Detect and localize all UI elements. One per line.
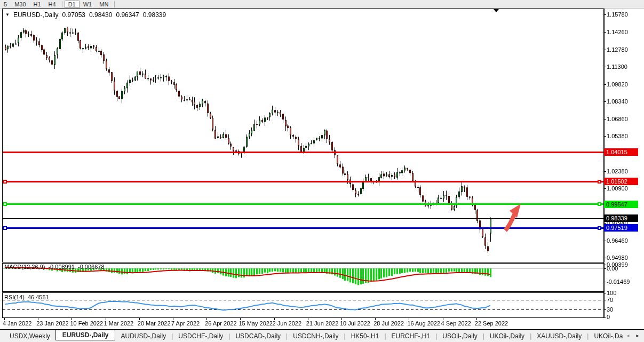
price-axis-tick: 1.14260 <box>607 29 628 35</box>
tab-eurchf-h1[interactable]: EURCHF-,H1 <box>386 332 436 340</box>
rsi-value: 46.4551 <box>28 294 49 300</box>
tab-usdcnh-daily[interactable]: USDCNH-,Daily <box>288 332 344 340</box>
rsi-axis-tick: 100 <box>607 290 616 296</box>
date-axis-label: 22 Sep 2022 <box>475 320 508 327</box>
macd-name: MACD(12,26,9) <box>4 264 45 270</box>
timeframe-button-5[interactable]: 5 <box>0 1 11 8</box>
rsi-panel <box>2 292 605 318</box>
mt4-window: 5M30H1H4D1W1MN ▼ EURUSD-,Daily 0.97053 0… <box>0 0 644 342</box>
price-axis-tick: 1.00900 <box>607 185 628 192</box>
rsi-axis-tick: 0 <box>607 314 610 320</box>
date-axis-label: 16 Aug 2022 <box>407 320 440 327</box>
price-badge-0.99547: 0.99547 <box>604 201 638 208</box>
price-badge-0.98339: 0.98339 <box>604 214 638 222</box>
support-line-blue-handle[interactable] <box>598 226 601 230</box>
price-axis-tick: 1.08340 <box>607 98 628 105</box>
macd-label: MACD(12,26,9) -0.008991 -0.006678 <box>4 264 105 270</box>
timeframe-button-H4[interactable]: H4 <box>45 1 60 8</box>
rsi-name: RSI(14) <box>4 294 25 300</box>
date-axis-label: 1 Mar 2022 <box>104 320 134 327</box>
price-axis-tick: 1.02380 <box>607 168 628 174</box>
date-axis-label: 10 Feb 2022 <box>70 320 103 327</box>
rsi-axis-tick: 70 <box>607 297 613 303</box>
tab-xauusd-daily[interactable]: XAUUSD-,Daily <box>531 332 587 340</box>
rsi-label: RSI(14) 46.4551 <box>4 294 49 300</box>
timeframe-button-W1[interactable]: W1 <box>79 1 96 8</box>
chart-symbol-title: EURUSD-,Daily <box>13 11 59 19</box>
price-axis-tick: 1.12780 <box>607 46 628 53</box>
macd-axis-tick: -0.01469 <box>607 279 630 285</box>
price-axis-line <box>603 9 604 318</box>
up-arrow-annotation[interactable] <box>499 201 527 234</box>
date-axis-label: 26 Apr 2022 <box>205 320 236 327</box>
support-line-green-handle[interactable] <box>3 202 7 206</box>
tab-usdx-weekly[interactable]: USDX,Weekly <box>4 332 55 340</box>
chart-header: ▼ EURUSD-,Daily 0.97053 0.98430 0.96347 … <box>5 11 166 19</box>
symbol-tab-bar: USDX,WeeklyEURUSD-,DailyAUDUSD-,Daily|US… <box>0 329 644 342</box>
support-line-green-handle[interactable] <box>598 202 601 206</box>
macd-axis-tick: 0.00 <box>607 265 618 272</box>
current-bar-marker-icon <box>494 9 499 12</box>
price-axis-tick: 1.15780 <box>607 11 628 18</box>
resistance-line-lower-handle[interactable] <box>598 180 601 184</box>
date-axis-label: 4 Sep 2022 <box>441 320 471 327</box>
tab-ukoil-daily[interactable]: UKOil-,Daily <box>484 332 530 340</box>
date-axis-label: 7 Apr 2022 <box>171 320 200 327</box>
support-line-blue-handle[interactable] <box>3 226 7 230</box>
tab-audusd-daily[interactable]: AUDUSD-,Daily <box>115 332 171 340</box>
date-axis-label: 28 Jul 2022 <box>373 320 404 327</box>
resistance-line-lower[interactable] <box>3 181 603 182</box>
price-axis-tick: 1.11300 <box>607 63 627 70</box>
date-axis-label: 20 Mar 2022 <box>138 320 171 327</box>
price-axis-tick: 0.94980 <box>607 254 628 261</box>
tab-eurusd-daily[interactable]: EURUSD-,Daily <box>55 330 116 340</box>
resistance-line-upper[interactable] <box>3 152 603 153</box>
rsi-axis-tick: 30 <box>607 306 613 313</box>
toolbar-separator <box>114 1 115 7</box>
tab-usdchf-daily[interactable]: USDCHF-,Daily <box>173 332 228 340</box>
chevron-down-icon[interactable]: ▼ <box>5 12 10 17</box>
price-axis-tick: 1.09820 <box>607 81 628 88</box>
tab-hk50-h1[interactable]: HK50-,H1 <box>346 332 385 340</box>
tab-scroll-right-icon[interactable]: ► <box>635 333 642 338</box>
timeframe-button-H1[interactable]: H1 <box>30 1 45 8</box>
date-axis-label: 23 Jan 2022 <box>36 320 69 327</box>
timeframe-button-MN[interactable]: MN <box>96 1 112 8</box>
price-badge-1.04015: 1.04015 <box>604 148 638 156</box>
price-axis-tick: 1.06860 <box>607 116 628 122</box>
timeframe-toolbar: 5M30H1H4D1W1MN <box>0 0 644 9</box>
date-axis-label: 21 Jun 2022 <box>306 320 339 327</box>
ohlc-close: 0.98339 <box>143 11 166 19</box>
macd-value: -0.008991 <box>48 264 75 270</box>
price-badge-0.97519: 0.97519 <box>604 224 638 232</box>
price-axis-tick: 1.05380 <box>607 133 628 139</box>
resistance-line-lower-handle[interactable] <box>3 180 7 184</box>
price-axis-tick: 0.96460 <box>607 237 628 244</box>
toolbar-separator <box>62 1 62 7</box>
ohlc-high: 0.98430 <box>89 11 112 19</box>
ohlc-open: 0.97053 <box>62 11 85 19</box>
date-axis-label: 4 Jan 2022 <box>3 320 31 327</box>
macd-signal-value: -0.006678 <box>78 264 105 270</box>
tab-ukoil-da[interactable]: UKOil-,Da <box>589 332 628 340</box>
timeframe-button-M30[interactable]: M30 <box>11 1 29 8</box>
date-axis-label: 15 May 2022 <box>238 320 273 327</box>
tab-usdcad-daily[interactable]: USDCAD-,Daily <box>230 332 286 340</box>
tab-scroll-arrows: ◄ ► <box>626 333 642 338</box>
date-axis-label: 2 Jun 2022 <box>273 320 301 327</box>
price-badge-1.01502: 1.01502 <box>604 178 638 185</box>
tab-scroll-left-icon[interactable]: ◄ <box>626 333 632 338</box>
timeframe-button-D1[interactable]: D1 <box>65 1 79 8</box>
ohlc-low: 0.96347 <box>116 11 139 19</box>
date-axis-label: 10 Jul 2022 <box>340 320 370 327</box>
tab-usoil-daily[interactable]: USOil-,Daily <box>437 332 482 340</box>
